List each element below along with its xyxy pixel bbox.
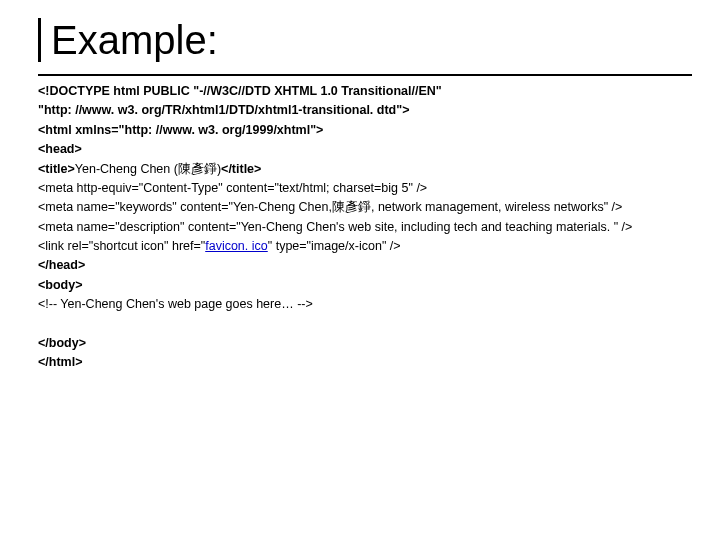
code-lines: <!DOCTYPE html PUBLIC "-//W3C//DTD XHTML… bbox=[38, 82, 692, 373]
code-block: <!DOCTYPE html PUBLIC "-//W3C//DTD XHTML… bbox=[38, 82, 692, 373]
title-block: Example: bbox=[38, 18, 692, 62]
slide-title: Example: bbox=[51, 18, 692, 62]
title-underline bbox=[38, 74, 692, 76]
slide: Example: <!DOCTYPE html PUBLIC "-//W3C//… bbox=[0, 0, 720, 540]
